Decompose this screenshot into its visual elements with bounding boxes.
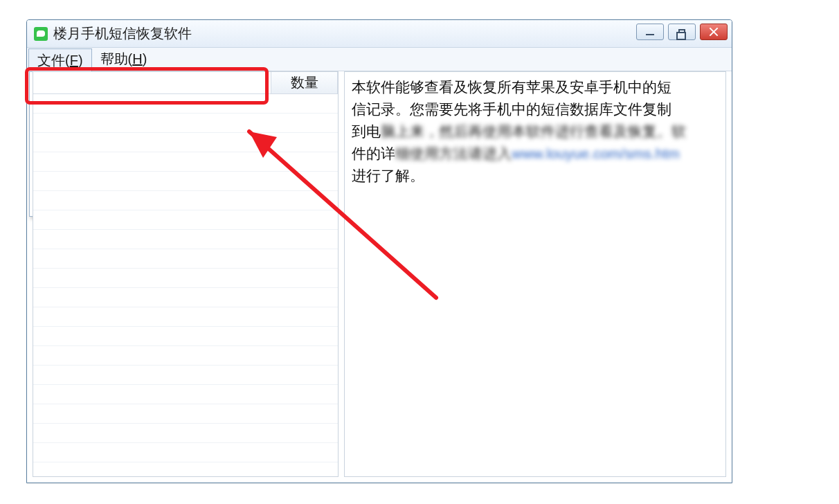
minimize-icon <box>646 34 654 35</box>
table-row[interactable] <box>33 133 338 152</box>
menu-help-suffix: ) <box>143 51 147 67</box>
table-row[interactable] <box>33 191 338 210</box>
desc-fragment-blur: 细使用方法请进入 <box>395 145 512 161</box>
desc-fragment-blur: 脑上来，然后再使用本软件进行查看及恢复。软 <box>381 123 686 139</box>
menu-help-hotkey: H <box>132 51 142 67</box>
table-rows <box>33 94 338 476</box>
table-row[interactable] <box>33 307 338 327</box>
desc-line: 件的详细使用方法请进入www.louyue.com/sms.htm <box>352 143 719 165</box>
table-row[interactable] <box>33 94 338 114</box>
maximize-button[interactable] <box>668 24 696 40</box>
table-row[interactable] <box>33 327 338 346</box>
column-spacer <box>33 72 271 94</box>
desc-line: 进行了解。 <box>352 165 719 187</box>
table-row[interactable] <box>33 424 338 443</box>
table-row[interactable] <box>33 443 338 462</box>
column-quantity[interactable]: 数量 <box>271 72 338 94</box>
desc-link-blur[interactable]: www.louyue.com/sms.htm <box>512 145 680 161</box>
table-row[interactable] <box>33 385 338 404</box>
table-row[interactable] <box>33 346 338 366</box>
column-headers: 数量 <box>33 72 338 94</box>
table-row[interactable] <box>33 288 338 307</box>
table-row[interactable] <box>33 210 338 230</box>
table-row[interactable] <box>33 404 338 424</box>
window-title: 楼月手机短信恢复软件 <box>53 24 192 43</box>
menubar: 文件(F) 打开短信数据库文件(O) 恢复已删除短信(R) 导出短信(E) 注册… <box>27 48 732 71</box>
close-button[interactable] <box>700 24 728 40</box>
table-row[interactable] <box>33 152 338 172</box>
menu-file-suffix: ) <box>78 53 83 69</box>
maximize-icon <box>678 29 685 35</box>
menu-file[interactable]: 文件(F) 打开短信数据库文件(O) 恢复已删除短信(R) 导出短信(E) 注册… <box>28 48 92 71</box>
menu-file-label: 文件( <box>37 51 70 70</box>
window-controls <box>636 24 728 40</box>
table-row[interactable] <box>33 249 338 269</box>
table-row[interactable] <box>33 172 338 191</box>
app-window: 楼月手机短信恢复软件 文件(F) 打开短信数据库文件(O) 恢复已删除短信(R)… <box>26 19 732 483</box>
desc-fragment: 件的详 <box>352 145 395 161</box>
menu-help-label: 帮助( <box>100 50 133 69</box>
description-pane: 本软件能够查看及恢复所有苹果及安卓手机中的短 信记录。您需要先将手机中的短信数据… <box>344 71 726 477</box>
menu-help[interactable]: 帮助(H) <box>92 48 156 71</box>
menu-file-hotkey: F <box>70 53 78 69</box>
titlebar: 楼月手机短信恢复软件 <box>27 20 732 48</box>
desc-line: 本软件能够查看及恢复所有苹果及安卓手机中的短 <box>352 76 719 98</box>
desc-fragment: 到电 <box>352 123 381 139</box>
contact-list-pane: 数量 <box>33 71 339 477</box>
desc-line: 到电脑上来，然后再使用本软件进行查看及恢复。软 <box>352 120 719 143</box>
minimize-button[interactable] <box>636 24 664 40</box>
table-row[interactable] <box>33 366 338 385</box>
table-row[interactable] <box>33 269 338 288</box>
close-icon <box>709 27 719 37</box>
content-area: 数量 <box>33 71 726 477</box>
app-icon <box>34 27 48 41</box>
table-row[interactable] <box>33 230 338 249</box>
desc-line: 信记录。您需要先将手机中的短信数据库文件复制 <box>352 98 719 120</box>
table-row[interactable] <box>33 114 338 133</box>
